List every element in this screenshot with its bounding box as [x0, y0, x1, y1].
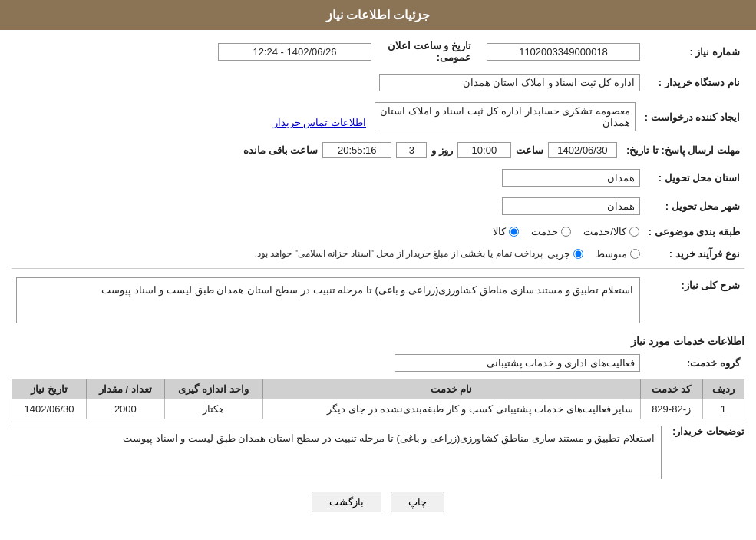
contact-link[interactable]: اطلاعات تماس خریدار	[273, 117, 366, 128]
process-label-jozii: جزیی	[547, 248, 570, 260]
category-option-kala-khedmat[interactable]: کالا/خدمت	[583, 226, 639, 237]
buyer-description-section: توضیحات خریدار: استعلام تطبیق و مستند سا…	[12, 426, 744, 479]
tender-number-label: شماره نیاز :	[645, 38, 744, 65]
buyer-desc-text: استعلام تطبیق و مستند سازی مناطق کشاورزی…	[12, 426, 662, 479]
process-radio-jozii[interactable]	[573, 249, 583, 259]
category-radio-group: کالا/خدمت خدمت کالا	[16, 226, 639, 237]
announce-label: تاریخ و ساعت اعلان عمومی:	[376, 38, 476, 65]
category-label-khedmat: خدمت	[531, 226, 558, 237]
deadline-remaining-label: ساعت باقی مانده	[243, 144, 318, 156]
col-header-unit: واحد اندازه گیری	[164, 379, 262, 399]
category-radio-kala-khedmat[interactable]	[629, 227, 639, 237]
table-row: 1 ز-82-829 سایر فعالیت‌های خدمات پشتیبان…	[12, 399, 744, 419]
deadline-time: 10:00	[457, 142, 511, 158]
button-group: چاپ بازگشت	[12, 492, 744, 512]
deadline-date: 1402/06/30	[548, 142, 617, 158]
deadline-day: 3	[396, 142, 427, 158]
group-value: فعالیت‌های اداری و خدمات پشتیبانی	[395, 354, 640, 372]
col-header-row: ردیف	[702, 379, 744, 399]
deadline-label: مهلت ارسال پاسخ: تا تاریخ:	[622, 140, 744, 161]
buyer-desc-label: توضیحات خریدار:	[668, 426, 744, 437]
org-name-label: نام دستگاه خریدار :	[645, 71, 744, 94]
cell-date: 1402/06/30	[12, 399, 87, 419]
cell-row: 1	[702, 399, 744, 419]
city-label: شهر محل تحویل :	[645, 195, 744, 217]
description-label: شرح کلی نیاز:	[645, 275, 744, 326]
services-table: ردیف کد خدمت نام خدمت واحد اندازه گیری ت…	[12, 379, 744, 419]
services-section-title: اطلاعات خدمات مورد نیاز	[12, 335, 744, 347]
process-label-motavasset: متوسط	[596, 248, 627, 260]
cell-unit: هکتار	[164, 399, 262, 419]
description-text: استعلام تطبیق و مستند سازی مناطق کشاورزی…	[16, 277, 640, 323]
process-label: نوع فرآیند خرید :	[645, 246, 744, 262]
creator-value: معصومه تشکری حسابدار اداره کل ثبت اسناد …	[375, 102, 636, 131]
creator-label: ایجاد کننده درخواست :	[640, 100, 744, 134]
category-label-kala-khedmat: کالا/خدمت	[583, 226, 626, 237]
page-title: جزئیات اطلاعات نیاز	[326, 8, 431, 22]
process-option-jozii[interactable]: جزیی	[547, 248, 583, 260]
col-header-qty: تعداد / مقدار	[87, 379, 164, 399]
category-radio-kala[interactable]	[509, 227, 519, 237]
category-option-khedmat[interactable]: خدمت	[531, 226, 571, 237]
category-option-kala[interactable]: کالا	[493, 226, 519, 237]
org-name-value: اداره کل ثبت اسناد و املاک استان همدان	[379, 74, 640, 91]
city-value: همدان	[502, 197, 640, 215]
group-label: گروه خدمت:	[645, 352, 744, 374]
process-note: پرداخت تمام یا بخشی از مبلغ خریدار از مح…	[255, 248, 543, 259]
process-radio-group: متوسط جزیی	[547, 248, 640, 260]
deadline-day-label: روز و	[431, 144, 453, 156]
province-value: همدان	[502, 169, 640, 187]
back-button[interactable]: بازگشت	[312, 492, 381, 512]
col-header-code: کد خدمت	[640, 379, 702, 399]
col-header-date: تاریخ نیاز	[12, 379, 87, 399]
process-radio-motavasset[interactable]	[630, 249, 640, 259]
process-option-motavasset[interactable]: متوسط	[596, 248, 640, 260]
announce-value: 1402/06/26 - 12:24	[218, 43, 371, 61]
province-label: استان محل تحویل :	[645, 167, 744, 189]
tender-number-value: 1102003349000018	[487, 43, 640, 61]
category-label: طبقه بندی موضوعی :	[644, 224, 744, 240]
cell-name: سایر فعالیت‌های خدمات پشتیبانی کسب و کار…	[262, 399, 640, 419]
deadline-remaining: 20:55:16	[322, 142, 391, 158]
category-radio-khedmat[interactable]	[561, 227, 571, 237]
page-header: جزئیات اطلاعات نیاز	[0, 0, 756, 30]
deadline-time-label: ساعت	[516, 144, 543, 156]
cell-code: ز-82-829	[640, 399, 702, 419]
col-header-name: نام خدمت	[262, 379, 640, 399]
category-label-kala: کالا	[493, 226, 506, 237]
print-button[interactable]: چاپ	[391, 492, 444, 512]
cell-qty: 2000	[87, 399, 164, 419]
